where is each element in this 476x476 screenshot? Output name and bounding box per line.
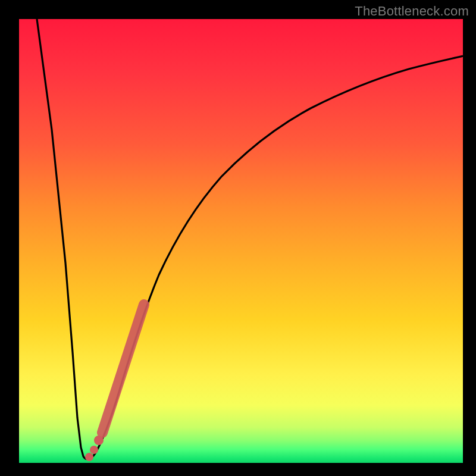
highlight-segment	[102, 305, 144, 433]
chart-frame: TheBottleneck.com	[0, 0, 476, 476]
watermark-text: TheBottleneck.com	[355, 4, 469, 19]
bottleneck-curve	[37, 19, 463, 459]
highlight-dot	[90, 446, 98, 454]
highlight-dot	[94, 436, 104, 445]
plot-area	[19, 19, 463, 463]
curve-layer	[19, 19, 463, 463]
highlight-dot	[85, 453, 93, 461]
